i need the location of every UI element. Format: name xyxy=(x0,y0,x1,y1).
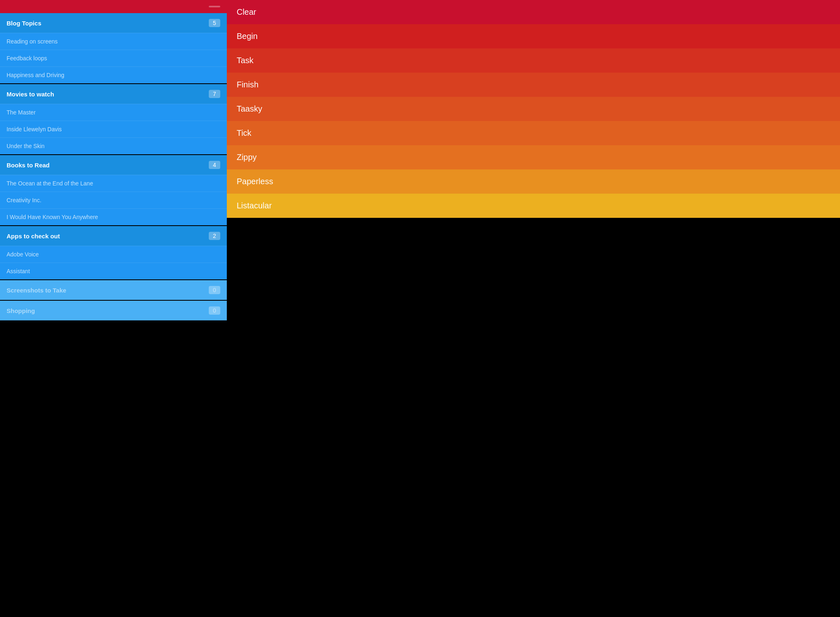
right-item-begin[interactable]: Begin xyxy=(227,24,840,48)
right-item-label-listacular: Listacular xyxy=(237,201,272,210)
sidebar-group-screenshots-to-take: Screenshots to Take 0 xyxy=(0,280,227,300)
group-title-blog-topics: Blog Topics xyxy=(7,20,41,27)
sidebar-group-movies-to-watch: Movies to watch 7 The MasterInside Llewe… xyxy=(0,84,227,154)
list-item[interactable]: Assistant xyxy=(0,263,227,279)
list-item[interactable]: Under the Skin xyxy=(0,137,227,154)
right-item-label-zippy: Zippy xyxy=(237,153,257,162)
sidebar: Blog Topics 5 Reading on screensFeedback… xyxy=(0,0,227,617)
sidebar-empty-groups: Screenshots to Take 0 Shopping 0 xyxy=(0,280,227,321)
sidebar-group-header-screenshots-to-take[interactable]: Screenshots to Take 0 xyxy=(0,280,227,300)
right-item-taasky[interactable]: Taasky xyxy=(227,97,840,121)
group-items-books-to-read: The Ocean at the End of the LaneCreativi… xyxy=(0,175,227,225)
right-item-finish[interactable]: Finish xyxy=(227,73,840,97)
right-item-clear[interactable]: Clear xyxy=(227,0,840,24)
right-item-label-taasky: Taasky xyxy=(237,104,262,113)
list-item[interactable]: Creativity Inc. xyxy=(0,192,227,208)
sidebar-group-apps-to-check-out: Apps to check out 2 Adobe VoiceAssistant xyxy=(0,226,227,279)
list-item[interactable]: The Master xyxy=(0,104,227,121)
right-item-paperless[interactable]: Paperless xyxy=(227,169,840,194)
group-badge-books-to-read: 4 xyxy=(209,161,220,169)
sidebar-group-header-books-to-read[interactable]: Books to Read 4 xyxy=(0,155,227,175)
sidebar-group-header-blog-topics[interactable]: Blog Topics 5 xyxy=(0,13,227,33)
group-title-movies-to-watch: Movies to watch xyxy=(7,91,54,98)
group-items-movies-to-watch: The MasterInside Llewelyn DavisUnder the… xyxy=(0,104,227,154)
group-items-apps-to-check-out: Adobe VoiceAssistant xyxy=(0,246,227,279)
sidebar-group-header-apps-to-check-out[interactable]: Apps to check out 2 xyxy=(0,226,227,246)
list-item[interactable]: The Ocean at the End of the Lane xyxy=(0,175,227,192)
group-title-shopping: Shopping xyxy=(7,307,35,314)
right-item-label-begin: Begin xyxy=(237,32,258,41)
group-title-screenshots-to-take: Screenshots to Take xyxy=(7,287,66,294)
list-item[interactable]: Happiness and Driving xyxy=(0,66,227,83)
sidebar-top-badge xyxy=(209,6,220,7)
sidebar-group-shopping: Shopping 0 xyxy=(0,301,227,320)
sidebar-groups: Blog Topics 5 Reading on screensFeedback… xyxy=(0,13,227,280)
list-item[interactable]: Feedback loops xyxy=(0,50,227,66)
sidebar-group-books-to-read: Books to Read 4 The Ocean at the End of … xyxy=(0,155,227,225)
list-item[interactable]: Reading on screens xyxy=(0,33,227,50)
sidebar-top-item[interactable] xyxy=(0,0,227,13)
right-item-zippy[interactable]: Zippy xyxy=(227,145,840,169)
right-item-label-clear: Clear xyxy=(237,7,256,16)
right-item-task[interactable]: Task xyxy=(227,48,840,73)
group-badge-shopping: 0 xyxy=(209,306,220,315)
sidebar-group-blog-topics: Blog Topics 5 Reading on screensFeedback… xyxy=(0,13,227,83)
group-title-books-to-read: Books to Read xyxy=(7,162,50,169)
list-item[interactable]: I Would Have Known You Anywhere xyxy=(0,208,227,225)
group-badge-apps-to-check-out: 2 xyxy=(209,232,220,240)
group-items-blog-topics: Reading on screensFeedback loopsHappines… xyxy=(0,33,227,83)
right-item-label-paperless: Paperless xyxy=(237,177,273,186)
sidebar-group-header-movies-to-watch[interactable]: Movies to watch 7 xyxy=(0,84,227,104)
group-badge-blog-topics: 5 xyxy=(209,19,220,27)
right-items-container: ClearBeginTaskFinishTaaskyTickZippyPaper… xyxy=(227,0,840,218)
right-item-tick[interactable]: Tick xyxy=(227,121,840,145)
right-item-label-task: Task xyxy=(237,56,253,65)
right-item-listacular[interactable]: Listacular xyxy=(227,194,840,218)
list-item[interactable]: Adobe Voice xyxy=(0,246,227,263)
right-panel: ClearBeginTaskFinishTaaskyTickZippyPaper… xyxy=(227,0,840,617)
group-badge-movies-to-watch: 7 xyxy=(209,90,220,98)
right-item-label-finish: Finish xyxy=(237,80,258,89)
group-title-apps-to-check-out: Apps to check out xyxy=(7,233,60,240)
list-item[interactable]: Inside Llewelyn Davis xyxy=(0,121,227,137)
group-badge-screenshots-to-take: 0 xyxy=(209,286,220,294)
sidebar-group-header-shopping[interactable]: Shopping 0 xyxy=(0,301,227,320)
right-item-label-tick: Tick xyxy=(237,128,251,137)
